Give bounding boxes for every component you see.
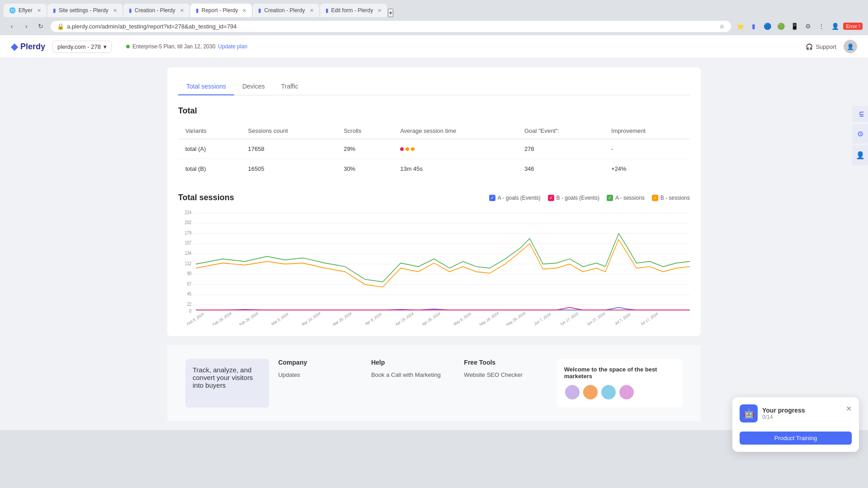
sidebar-ui-tab[interactable]: UI [852,106,868,122]
logo-icon: ◆ [11,41,18,52]
svg-text:Feb 28, 2024: Feb 28, 2024 [239,311,259,325]
avatar-group [564,384,675,400]
dot-2 [406,147,409,151]
dropdown-chevron-icon: ▾ [104,43,107,50]
footer-free-tools-title: Free Tools [464,359,547,366]
sidebar-settings-tab[interactable]: ⚙ [852,124,868,144]
avg-time-a [393,139,517,159]
variant-a: total (A) [178,139,241,159]
tab-edit-form[interactable]: ▮ Edit form - Plerdy ✕ [320,4,387,17]
tab-close-icon[interactable]: ✕ [242,8,246,14]
col-avg-time: Average session time [393,123,517,139]
tab-report[interactable]: ▮ Report - Plerdy ✕ [190,4,252,17]
chart-svg: 224 202 179 157 134 112 90 67 45 22 0 [178,208,690,325]
avatar-2 [582,384,599,400]
logo-text: Plerdy [20,42,45,52]
legend-b-sessions: ✓ B - sessions [652,195,690,201]
tab-icon: ▮ [196,7,199,14]
update-plan-link[interactable]: Update plan [218,43,247,50]
svg-text:Apr 19, 2024: Apr 19, 2024 [395,311,415,325]
sidebar-user-tab[interactable]: 👤 [852,145,868,165]
improvement-a: - [604,139,690,159]
improvement-b: +24% [604,159,690,179]
site-selector[interactable]: plerdy.com - 278 ▾ [52,41,112,53]
tab-traffic[interactable]: Traffic [273,78,307,95]
extensions-icon[interactable]: ⭐ [735,21,745,32]
tab-creation-1[interactable]: ▮ Creation - Plerdy ✕ [123,4,189,17]
footer-seo-link[interactable]: Website SEO Checker [464,371,547,378]
svg-text:45: 45 [187,291,192,297]
svg-text:Apr 28, 2024: Apr 28, 2024 [421,311,441,325]
svg-text:Mar 19, 2024: Mar 19, 2024 [301,311,321,325]
footer-updates-link[interactable]: Updates [278,371,362,378]
tab-site-settings[interactable]: ▮ Site settings - Plerdy ✕ [47,4,123,17]
legend-checkbox-a-sessions[interactable]: ✓ [607,195,613,201]
svg-text:May 18, 2024: May 18, 2024 [479,310,500,325]
user-icon[interactable]: 👤 [830,21,840,32]
more-icon[interactable]: ⋮ [816,21,827,32]
dot-1 [400,147,404,151]
dot-3 [411,147,415,151]
addon-icon[interactable]: 📱 [789,21,800,32]
tab-close-icon[interactable]: ✕ [113,8,117,14]
tab-icon: ▮ [53,7,56,14]
right-sidebar: UI ⚙ 👤 [852,106,868,165]
avg-time-b: 13m 45s [393,159,517,179]
support-button[interactable]: 🎧 Support [806,43,836,50]
plerdy-icon[interactable]: ▮ [748,21,759,32]
product-training-button[interactable]: Product Training [740,432,852,445]
tab-navigation: Total sessions Devices Traffic [178,78,690,95]
tab-close-icon[interactable]: ✕ [310,8,314,14]
svg-text:0: 0 [189,308,192,314]
app-wrapper: ◆ Plerdy plerdy.com - 278 ▾ Enterprise-5… [0,35,868,430]
forward-button[interactable]: › [20,20,33,33]
tab-total-sessions[interactable]: Total sessions [178,78,234,95]
reload-button[interactable]: ↻ [34,20,47,33]
tab-eflyer[interactable]: 🌐 Eflyer ✕ [4,4,47,17]
footer-help-title: Help [371,359,455,366]
goal-b: 346 [517,159,604,179]
footer-book-call-link[interactable]: Book a Call with Marketing [371,371,455,378]
legend-checkbox-b-goals[interactable]: ✓ [548,195,554,201]
tab-devices[interactable]: Devices [234,78,273,95]
svg-text:202: 202 [185,220,192,225]
new-tab-button[interactable]: + [388,9,393,17]
tab-creation-2[interactable]: ▮ Creation - Plerdy ✕ [253,4,319,17]
dots-indicator [400,147,510,151]
footer: Track, analyze, and convert your visitor… [167,345,701,421]
grammarly-icon[interactable]: 🟢 [775,21,786,32]
col-improvement: Improvement [604,123,690,139]
toolbar-icons: ⭐ ▮ 🔵 🟢 📱 ⚙ ⋮ 👤 Error ! [735,21,863,32]
data-table: Variants Sessions count Scrolls Average … [178,123,690,178]
footer-tagline-text: Track, analyze, and convert your visitor… [193,366,262,389]
chart-section: Total sessions ✓ A - goals (Events) [178,193,690,325]
tab-close-icon[interactable]: ✕ [180,8,184,14]
legend-a-sessions: ✓ A - sessions [607,195,645,201]
tab-bar: 🌐 Eflyer ✕ ▮ Site settings - Plerdy ✕ ▮ … [0,0,868,17]
svg-text:22: 22 [187,301,192,307]
settings-icon[interactable]: ⚙ [802,21,813,32]
legend-checkbox-b-sessions[interactable]: ✓ [652,195,658,201]
legend-checkbox-a-goals[interactable]: ✓ [489,195,495,201]
sessions-a: 17658 [241,139,337,159]
star-icon[interactable]: ☆ [719,23,725,30]
progress-close-button[interactable]: ✕ [846,404,852,413]
section-title: Total [178,106,690,116]
support-label: Support [816,43,836,50]
footer-free-tools: Free Tools Website SEO Checker [464,359,547,408]
logo: ◆ Plerdy [11,41,45,52]
svg-text:Mar 29, 2024: Mar 29, 2024 [332,311,352,325]
back-button[interactable]: ‹ [5,20,18,33]
svg-text:67: 67 [187,281,192,286]
svg-text:Jul 17, 2024: Jul 17, 2024 [640,311,659,325]
tab-close-icon[interactable]: ✕ [37,8,41,14]
user-avatar[interactable]: 👤 [844,40,857,53]
plan-dot [126,45,130,48]
chrome-icon[interactable]: 🔵 [762,21,773,32]
url-bar[interactable]: 🔒 a.plerdy.com/admin/ab_testing/report?i… [51,21,731,32]
avatar-1 [564,384,580,400]
lock-icon: 🔒 [57,23,64,30]
svg-text:179: 179 [185,230,192,235]
tab-close-icon[interactable]: ✕ [377,8,382,14]
svg-text:112: 112 [185,261,192,266]
